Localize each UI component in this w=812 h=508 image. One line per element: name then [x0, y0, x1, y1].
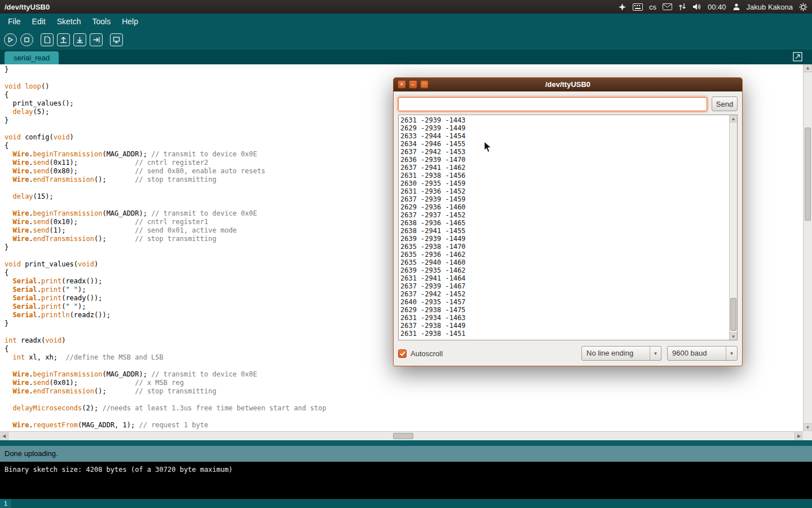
window-controls: × – □ [394, 80, 429, 89]
serial-scroll-up-icon[interactable]: ▲ [730, 115, 737, 122]
chevron-down-icon[interactable]: ▾ [650, 347, 661, 360]
network-arrows-icon[interactable] [678, 3, 686, 11]
menu-file[interactable]: File [2, 15, 27, 28]
autoscroll-label[interactable]: Autoscroll [411, 349, 443, 358]
console-output: Binary sketch size: 4208 bytes (of a 307… [0, 462, 812, 499]
horizontal-scroll-thumb[interactable] [393, 433, 413, 439]
open-file-icon [60, 36, 67, 43]
serial-monitor-titlebar[interactable]: × – □ /dev/ttyUSB0 [394, 78, 742, 91]
upload-icon [92, 36, 100, 43]
stop-button[interactable] [20, 33, 33, 46]
serial-monitor-title: /dev/ttyUSB0 [394, 80, 742, 89]
new-file-icon [44, 36, 51, 43]
panel-indicators: cs 00:40 Jakub Kakona [618, 3, 812, 11]
autoscroll-checkbox[interactable] [398, 349, 407, 358]
serial-scroll-down-icon[interactable]: ▼ [730, 332, 737, 340]
menu-help[interactable]: Help [116, 15, 144, 28]
tab-menu-icon[interactable] [793, 52, 802, 62]
menu-tools[interactable]: Tools [87, 15, 117, 28]
line-ending-dropdown[interactable]: No line ending ▾ [581, 346, 661, 361]
baud-rate-value: 9600 baud [668, 347, 726, 360]
send-button[interactable]: Send [712, 97, 738, 111]
scrollbar-corner [803, 431, 812, 440]
serial-scroll-thumb[interactable] [730, 298, 736, 331]
editor-horizontal-scrollbar[interactable]: ◀ ▶ [0, 431, 803, 440]
menu-bar: File Edit Sketch Tools Help [0, 14, 812, 29]
scroll-up-arrow-icon[interactable]: ▲ [804, 64, 812, 72]
line-ending-value: No line ending [582, 347, 650, 360]
chevron-down-icon[interactable]: ▾ [726, 347, 737, 360]
tab-serial-read[interactable]: serial_read [5, 51, 59, 64]
scroll-left-arrow-icon[interactable]: ◀ [0, 432, 8, 440]
editor-vertical-scrollbar[interactable]: ▲ ▼ [803, 64, 812, 431]
gear-icon[interactable] [799, 3, 807, 11]
top-panel: /dev/ttyUSB0 cs 00:40 Jakub Kakona [0, 0, 812, 14]
upload-button[interactable] [90, 33, 103, 46]
menu-edit[interactable]: Edit [27, 15, 51, 28]
serial-input-row: Send [394, 91, 742, 115]
user-icon [732, 3, 740, 11]
save-sketch-button[interactable] [73, 33, 86, 46]
play-circle-icon [7, 37, 14, 43]
footer-strip: 1 [0, 499, 812, 508]
serial-scrollbar[interactable]: ▲ ▼ [729, 115, 737, 340]
baud-rate-dropdown[interactable]: 9600 baud ▾ [667, 346, 738, 361]
scroll-right-arrow-icon[interactable]: ▶ [795, 432, 803, 440]
serial-output-text: 2631 -2939 -1443 2629 -2939 -1449 2633 -… [399, 115, 737, 338]
serial-send-input[interactable] [398, 97, 707, 111]
status-bar: Done uploading. [0, 446, 812, 462]
clock[interactable]: 00:40 [708, 3, 726, 11]
mail-icon[interactable] [663, 3, 672, 10]
serial-output-area[interactable]: 2631 -2939 -1443 2629 -2939 -1449 2633 -… [398, 115, 738, 340]
verify-button[interactable] [4, 33, 17, 46]
session-username[interactable]: Jakub Kakona [747, 3, 793, 11]
panel-window-title: /dev/ttyUSB0 [0, 3, 50, 11]
mouse-cursor-icon [484, 141, 492, 155]
indicator-icon[interactable] [618, 3, 626, 11]
tab-bar: serial_read [0, 50, 812, 64]
scroll-down-arrow-icon[interactable]: ▼ [804, 423, 812, 431]
serial-monitor-icon [113, 36, 120, 43]
volume-icon[interactable] [692, 3, 701, 11]
maximize-button[interactable]: □ [420, 80, 429, 89]
screen: /dev/ttyUSB0 cs 00:40 Jakub Kakona [0, 0, 812, 508]
line-number-indicator: 1 [0, 499, 11, 508]
vertical-scroll-thumb[interactable] [805, 128, 811, 221]
save-file-icon [76, 36, 83, 43]
open-sketch-button[interactable] [57, 33, 70, 46]
close-button[interactable]: × [398, 80, 406, 89]
serial-monitor-window: × – □ /dev/ttyUSB0 Send 2631 -2939 -1443… [393, 77, 743, 366]
stop-circle-icon [24, 37, 29, 42]
serial-monitor-button[interactable] [110, 33, 123, 46]
keyboard-layout-indicator[interactable]: cs [649, 3, 656, 11]
toolbar [0, 29, 812, 50]
new-sketch-button[interactable] [41, 33, 54, 46]
status-separator [0, 440, 812, 446]
serial-monitor-footer: Autoscroll No line ending ▾ 9600 baud ▾ [394, 340, 742, 361]
check-icon [400, 348, 405, 358]
keyboard-icon[interactable] [633, 3, 643, 11]
minimize-button[interactable]: – [409, 80, 417, 89]
menu-sketch[interactable]: Sketch [51, 15, 87, 28]
